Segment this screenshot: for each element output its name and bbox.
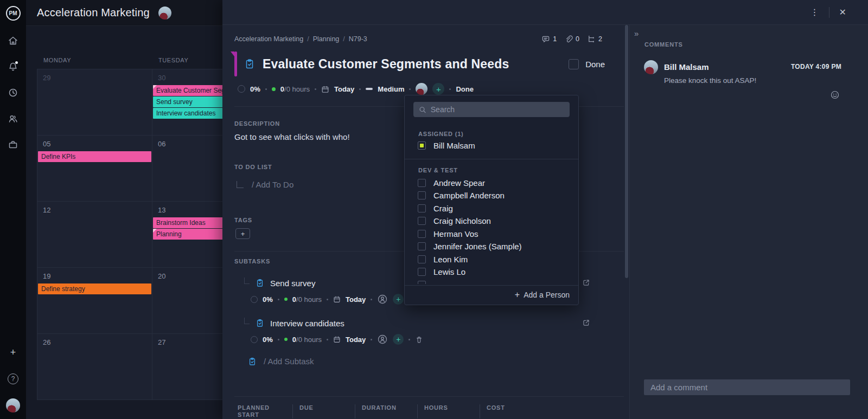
- person-name: Bill Malsam: [433, 141, 475, 150]
- subtask-icon: [256, 319, 264, 327]
- task-title[interactable]: Evaluate Customer Segments and Needs: [263, 57, 509, 72]
- assignee-icon[interactable]: [377, 334, 388, 345]
- search-box[interactable]: [413, 102, 570, 117]
- hours-value[interactable]: 0/0 hours: [280, 85, 310, 93]
- calendar-event[interactable]: Define KPIs: [38, 151, 151, 162]
- person-name: Jennifer Jones (Sample): [433, 242, 522, 251]
- scrollbar[interactable]: [625, 25, 628, 278]
- progress-circle[interactable]: [251, 296, 258, 303]
- person-checkbox[interactable]: [418, 268, 426, 276]
- search-icon: [419, 106, 426, 114]
- person-option[interactable]: Campbell Anderson: [405, 189, 578, 202]
- person-option[interactable]: Jennifer Jones (Sample): [405, 240, 578, 253]
- help-icon[interactable]: ?: [8, 373, 18, 384]
- person-checkbox[interactable]: [418, 242, 426, 250]
- subtask-title[interactable]: Interview candidates: [270, 319, 344, 328]
- person-option[interactable]: [405, 279, 578, 284]
- portfolio-icon[interactable]: [8, 139, 18, 150]
- add-subtask-row[interactable]: / Add Subtask: [248, 357, 314, 366]
- app-window: PM + ? Accelerat: [0, 0, 868, 419]
- attachments-count[interactable]: 0: [564, 35, 579, 43]
- subtasks-count[interactable]: 2: [587, 35, 602, 43]
- profile-avatar[interactable]: [6, 398, 20, 412]
- due-date[interactable]: Today: [334, 85, 354, 93]
- todo-corner-icon: [237, 181, 244, 188]
- person-name: Andrew Spear: [433, 178, 485, 188]
- person-name: Herman Vos: [433, 229, 478, 238]
- history-icon[interactable]: [8, 87, 18, 98]
- person-checkbox[interactable]: [418, 281, 426, 284]
- person-option[interactable]: Lewis Lo: [405, 266, 578, 279]
- collapse-panel-icon[interactable]: »: [634, 29, 639, 38]
- add-assignee-button[interactable]: +: [432, 83, 444, 95]
- person-option[interactable]: Craig: [405, 202, 578, 215]
- person-checkbox[interactable]: [418, 179, 426, 187]
- done-checkbox[interactable]: [569, 59, 579, 69]
- add-assignee-button[interactable]: +: [393, 334, 404, 345]
- comment-author-avatar: [644, 60, 658, 74]
- column-header: COST: [480, 404, 542, 418]
- breadcrumb-section[interactable]: Planning: [313, 35, 340, 43]
- calendar-day-cell[interactable]: 12: [37, 202, 152, 268]
- add-reaction-icon[interactable]: [830, 90, 840, 100]
- subtask-row: Interview candidates 0% 0/0 hours Toda: [244, 317, 596, 345]
- progress-circle[interactable]: [238, 85, 245, 93]
- person-option[interactable]: Bill Malsam: [405, 139, 578, 152]
- calendar-day-cell[interactable]: 05 Define KPIs: [37, 136, 152, 202]
- add-assignee-button[interactable]: +: [393, 294, 404, 305]
- todo-list-label: TO DO LIST: [234, 164, 272, 170]
- add-tag-button[interactable]: +: [235, 228, 250, 239]
- team-icon[interactable]: [8, 113, 18, 124]
- search-input[interactable]: [431, 105, 564, 114]
- add-subtask-placeholder[interactable]: / Add Subtask: [264, 357, 314, 366]
- home-icon[interactable]: [8, 35, 18, 46]
- person-option[interactable]: Andrew Spear: [405, 177, 578, 190]
- open-subtask-icon[interactable]: [582, 319, 590, 327]
- pm-logo[interactable]: PM: [6, 6, 21, 21]
- hours-dot: [272, 87, 276, 91]
- breadcrumb-project[interactable]: Acceleration Marketing: [234, 35, 303, 43]
- priority-medium-icon: [366, 88, 373, 90]
- add-todo-placeholder[interactable]: / Add To Do: [252, 180, 293, 189]
- close-icon[interactable]: ✕: [839, 8, 846, 17]
- person-option[interactable]: Craig Nicholson: [405, 215, 578, 228]
- person-checkbox[interactable]: [418, 191, 426, 199]
- toolbar-divider: [829, 7, 829, 18]
- person-option[interactable]: Herman Vos: [405, 228, 578, 241]
- add-icon[interactable]: +: [10, 347, 16, 357]
- calendar-day-cell[interactable]: 26: [37, 334, 152, 400]
- add-todo-row[interactable]: / Add To Do: [237, 180, 293, 189]
- person-option[interactable]: Leon Kim: [405, 253, 578, 266]
- description-text[interactable]: Got to see what clicks with who!: [234, 132, 350, 141]
- status-value[interactable]: Done: [456, 85, 474, 93]
- assignee-icon[interactable]: [377, 294, 388, 305]
- calendar-day-cell[interactable]: 29: [37, 69, 152, 136]
- delete-subtask-icon[interactable]: [415, 336, 423, 344]
- person-checkbox[interactable]: [418, 141, 426, 150]
- assignee-avatar[interactable]: [416, 83, 427, 95]
- person-checkbox[interactable]: [418, 204, 426, 212]
- add-person-button[interactable]: + Add a Person: [405, 285, 578, 305]
- comments-count[interactable]: 1: [541, 35, 557, 43]
- person-checkbox[interactable]: [418, 255, 426, 263]
- calendar-event[interactable]: Define strategy: [38, 283, 151, 294]
- group-label: DEV & TEST: [418, 167, 578, 173]
- more-menu-icon[interactable]: ⋮: [810, 8, 819, 17]
- schedule-table-headers: PLANNED START DUE DURATION HOURS COST: [238, 404, 542, 418]
- task-detail-overlay: ⋮ ✕ Acceleration Marketing/Planning/N79-…: [222, 0, 868, 419]
- priority-value[interactable]: Medium: [378, 85, 404, 93]
- subtask-title[interactable]: Send survey: [270, 279, 315, 288]
- comment-input[interactable]: [644, 379, 850, 395]
- task-meta-row: 0% 0/0 hours Today Medium + Done: [238, 83, 474, 95]
- open-subtask-icon[interactable]: [582, 279, 590, 287]
- calendar-day-cell[interactable]: 19 Define strategy: [37, 268, 152, 334]
- people-list: Andrew Spear Campbell Anderson Craig Cra…: [405, 177, 578, 284]
- person-checkbox[interactable]: [418, 230, 426, 238]
- person-checkbox[interactable]: [418, 217, 426, 225]
- task-color-flag: [234, 51, 237, 76]
- notifications-icon[interactable]: [8, 61, 18, 72]
- progress-circle[interactable]: [251, 336, 258, 343]
- project-owner-avatar[interactable]: [158, 7, 171, 20]
- breadcrumb-task-id[interactable]: N79-3: [349, 35, 367, 43]
- progress-value[interactable]: 0%: [250, 85, 260, 93]
